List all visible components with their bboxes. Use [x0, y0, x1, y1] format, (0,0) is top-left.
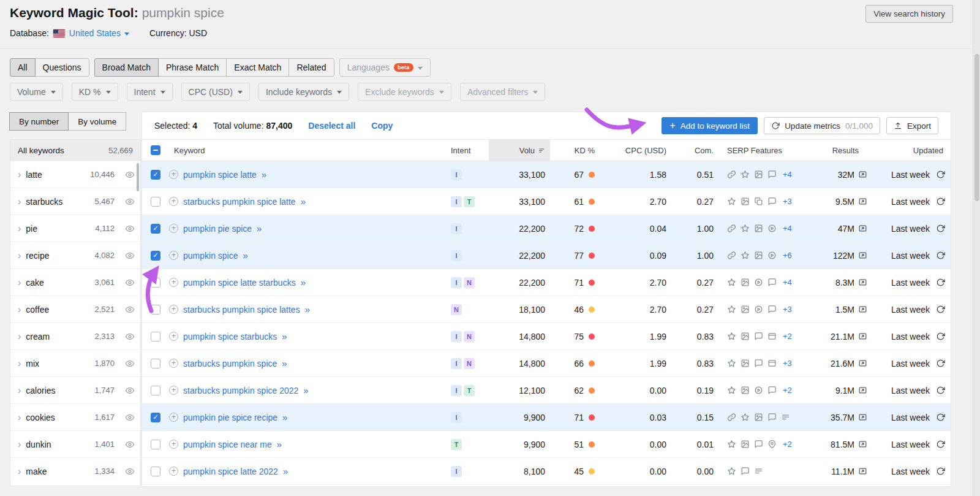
sidebar-toggle-by-number[interactable]: By number — [9, 112, 69, 131]
keyword-link[interactable]: pumpkin spice latte 2022 — [183, 467, 278, 476]
serp-view-icon[interactable] — [858, 251, 867, 260]
filter-volume[interactable]: Volume — [10, 83, 63, 101]
copy-link[interactable]: Copy — [371, 121, 393, 131]
database-selector[interactable]: United States — [69, 28, 129, 38]
col-kd[interactable]: KD % — [550, 140, 602, 161]
serp-more-link[interactable]: +3 — [783, 197, 792, 206]
refresh-icon[interactable] — [936, 413, 945, 422]
refresh-icon[interactable] — [936, 386, 945, 395]
page-scrollbar[interactable] — [973, 0, 980, 496]
add-keyword-icon[interactable]: + — [169, 278, 178, 287]
languages-dropdown[interactable]: Languages beta — [339, 58, 431, 77]
serp-view-icon[interactable] — [858, 224, 867, 233]
col-com[interactable]: Com. — [673, 140, 718, 161]
serp-more-link[interactable]: +3 — [783, 359, 792, 368]
keyword-link[interactable]: pumpkin spice latte — [183, 170, 257, 180]
row-checkbox[interactable] — [151, 332, 160, 341]
add-keyword-icon[interactable]: + — [169, 386, 178, 395]
col-results[interactable]: Results — [810, 140, 872, 161]
row-checkbox[interactable] — [151, 278, 160, 288]
sidebar-scrollbar[interactable] — [137, 163, 139, 191]
keyword-group-make[interactable]: ›make1,334 — [10, 457, 140, 484]
keyword-link[interactable]: pumpkin pie spice — [183, 224, 252, 234]
keyword-group-pie[interactable]: ›pie4,112 — [10, 215, 140, 242]
eye-icon[interactable] — [125, 251, 135, 261]
keyword-link[interactable]: starbucks pumpkin spice — [183, 359, 277, 368]
row-checkbox[interactable] — [151, 386, 160, 395]
serp-view-icon[interactable] — [858, 170, 867, 179]
eye-icon[interactable] — [125, 413, 135, 422]
add-keyword-icon[interactable]: + — [169, 467, 178, 476]
expand-keyword-icon[interactable]: » — [277, 439, 281, 449]
view-search-history-button[interactable]: View search history — [865, 5, 953, 23]
expand-keyword-icon[interactable]: » — [282, 331, 286, 341]
col-volume[interactable]: Volu — [489, 140, 550, 161]
add-keyword-icon[interactable]: + — [169, 197, 178, 206]
refresh-icon[interactable] — [936, 359, 945, 368]
serp-more-link[interactable]: +2 — [783, 332, 792, 341]
refresh-icon[interactable] — [936, 305, 945, 314]
page-scrollbar-thumb[interactable] — [974, 54, 979, 201]
row-checkbox[interactable] — [151, 359, 160, 368]
deselect-all-link[interactable]: Deselect all — [308, 121, 355, 131]
refresh-icon[interactable] — [936, 197, 945, 206]
row-checkbox[interactable] — [151, 224, 160, 234]
sidebar-toggle-by-volume[interactable]: By volume — [68, 112, 126, 131]
eye-icon[interactable] — [125, 224, 135, 234]
refresh-icon[interactable] — [936, 332, 945, 341]
expand-keyword-icon[interactable]: » — [262, 169, 266, 180]
keyword-group-latte[interactable]: ›latte10,446 — [10, 161, 140, 188]
row-checkbox[interactable] — [151, 251, 160, 261]
serp-more-link[interactable]: +3 — [783, 305, 792, 314]
add-keyword-icon[interactable]: + — [169, 170, 178, 179]
keyword-group-calories[interactable]: ›calories1,747 — [10, 376, 140, 403]
keyword-link[interactable]: pumpkin spice latte starbucks — [183, 278, 296, 288]
tab-questions[interactable]: Questions — [35, 58, 89, 77]
add-keyword-icon[interactable]: + — [169, 251, 178, 260]
eye-icon[interactable] — [125, 305, 135, 315]
filter-include-keywords[interactable]: Include keywords — [258, 83, 349, 101]
refresh-icon[interactable] — [936, 467, 945, 476]
add-keyword-icon[interactable]: + — [169, 224, 178, 233]
add-keyword-icon[interactable]: + — [169, 305, 178, 314]
eye-icon[interactable] — [125, 440, 135, 449]
expand-keyword-icon[interactable]: » — [283, 466, 287, 476]
serp-view-icon[interactable] — [858, 197, 867, 206]
expand-keyword-icon[interactable]: » — [303, 385, 307, 395]
eye-icon[interactable] — [125, 332, 135, 341]
sidebar-item-all-keywords[interactable]: All keywords 52,669 — [10, 140, 140, 161]
serp-more-link[interactable]: +2 — [783, 440, 792, 449]
serp-view-icon[interactable] — [858, 413, 867, 422]
row-checkbox[interactable] — [151, 440, 160, 449]
add-keyword-icon[interactable]: + — [169, 359, 178, 368]
expand-keyword-icon[interactable]: » — [257, 223, 261, 234]
eye-icon[interactable] — [125, 170, 135, 180]
filter-kd[interactable]: KD % — [72, 83, 118, 101]
filter-cpc-usd[interactable]: CPC (USD) — [181, 83, 250, 101]
add-keyword-icon[interactable]: + — [169, 440, 178, 449]
tab-all[interactable]: All — [10, 58, 36, 77]
tab-broad-match[interactable]: Broad Match — [94, 58, 159, 77]
refresh-icon[interactable] — [936, 170, 945, 179]
serp-view-icon[interactable] — [858, 386, 867, 395]
expand-keyword-icon[interactable]: » — [282, 358, 286, 368]
serp-view-icon[interactable] — [858, 359, 867, 368]
update-metrics-button[interactable]: Update metrics 0/1,000 — [764, 117, 880, 134]
expand-keyword-icon[interactable]: » — [301, 277, 305, 288]
expand-keyword-icon[interactable]: » — [243, 250, 247, 261]
eye-icon[interactable] — [125, 359, 135, 368]
row-checkbox[interactable] — [151, 305, 160, 315]
serp-view-icon[interactable] — [858, 440, 867, 449]
keyword-link[interactable]: pumpkin spice — [183, 251, 238, 261]
eye-icon[interactable] — [125, 386, 135, 395]
col-cpc[interactable]: CPC (USD) — [602, 140, 673, 161]
expand-keyword-icon[interactable]: » — [301, 196, 305, 207]
serp-more-link[interactable]: +2 — [783, 386, 792, 395]
keyword-group-coffee[interactable]: ›coffee2,521 — [10, 296, 140, 322]
filter-intent[interactable]: Intent — [127, 83, 173, 101]
select-all-checkbox[interactable] — [151, 145, 160, 155]
eye-icon[interactable] — [125, 467, 135, 476]
row-checkbox[interactable] — [151, 170, 160, 180]
add-to-keyword-list-button[interactable]: + Add to keyword list — [662, 117, 758, 134]
tab-related[interactable]: Related — [288, 58, 334, 77]
